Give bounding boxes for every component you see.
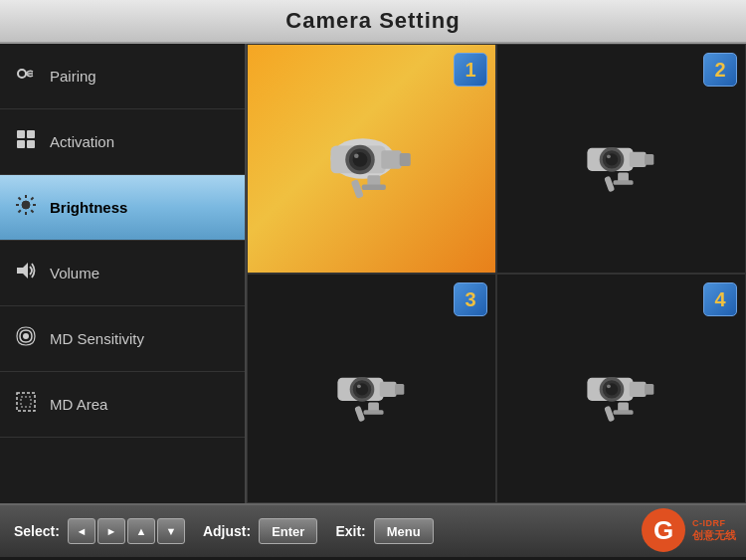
svg-line-12 [31, 198, 33, 200]
menu-button[interactable]: Menu [374, 518, 434, 544]
svg-line-11 [31, 210, 33, 212]
svg-rect-17 [21, 397, 31, 407]
camera-icon-1 [312, 119, 432, 199]
camera-cell-2[interactable]: 2 [496, 44, 746, 274]
brand-logo: G [639, 505, 688, 555]
svg-point-0 [18, 70, 26, 78]
svg-rect-55 [645, 384, 653, 395]
svg-rect-45 [395, 384, 404, 395]
camera-cell-4[interactable]: 4 [496, 274, 746, 503]
exit-label: Exit: [335, 523, 365, 539]
camera-grid: 1 [247, 44, 746, 503]
sidebar-item-label-md-sensitivity: MD Sensitivity [50, 330, 144, 347]
brand-area: G C-IDRF 创意无线 [639, 503, 736, 557]
camera-icon-2 [572, 125, 671, 193]
svg-rect-27 [361, 184, 385, 190]
svg-rect-44 [379, 381, 396, 396]
brand-text-bottom: 创意无线 [692, 528, 736, 543]
sidebar-item-md-sensitivity[interactable]: MD Sensitivity [0, 306, 245, 372]
sidebar-item-label-volume: Volume [50, 265, 99, 281]
brand-text-container: C-IDRF 创意无线 [692, 518, 736, 543]
md-sensitivity-icon [12, 325, 40, 352]
svg-rect-48 [354, 405, 365, 422]
svg-rect-37 [613, 180, 633, 185]
svg-point-43 [357, 384, 361, 388]
svg-rect-38 [604, 175, 615, 192]
svg-rect-34 [629, 151, 646, 166]
main-area: Pairing Activation [0, 44, 746, 503]
md-area-icon [12, 391, 40, 418]
nav-btn-up[interactable]: ▲ [127, 518, 155, 544]
sidebar-item-activation[interactable]: Activation [0, 109, 245, 175]
adjust-label: Adjust: [203, 523, 251, 539]
svg-rect-1 [17, 130, 25, 138]
sidebar-item-brightness[interactable]: Brightness [0, 175, 245, 241]
select-label: Select: [14, 523, 60, 539]
camera-cell-3[interactable]: 3 [247, 274, 496, 503]
sidebar-item-md-area[interactable]: MD Area [0, 372, 245, 438]
camera-cell-1[interactable]: 1 [247, 44, 496, 274]
pairing-icon [12, 63, 40, 90]
camera-number-4: 4 [703, 282, 737, 316]
sidebar-item-label-pairing: Pairing [50, 68, 96, 85]
svg-point-33 [607, 154, 611, 158]
svg-rect-54 [629, 381, 646, 396]
svg-rect-16 [17, 393, 35, 411]
brand-text-top: C-IDRF [692, 518, 726, 528]
camera-icon-3 [322, 355, 422, 423]
svg-rect-58 [604, 405, 615, 422]
page-title: Camera Setting [0, 8, 746, 34]
brightness-icon [12, 194, 40, 221]
camera-number-1: 1 [454, 53, 487, 87]
svg-rect-57 [613, 410, 633, 415]
sidebar-item-label-md-area: MD Area [50, 396, 107, 413]
title-bar: Camera Setting [0, 0, 746, 44]
enter-button[interactable]: Enter [259, 518, 317, 544]
sidebar: Pairing Activation [0, 44, 247, 503]
svg-rect-47 [363, 410, 383, 415]
svg-marker-14 [17, 263, 28, 279]
svg-rect-3 [17, 140, 25, 148]
bottom-bar: Select: ◄ ► ▲ ▼ Adjust: Enter Exit: Menu… [0, 503, 746, 557]
svg-rect-25 [399, 153, 410, 166]
svg-line-10 [19, 198, 21, 200]
svg-rect-4 [27, 140, 35, 148]
svg-text:G: G [653, 515, 673, 545]
svg-rect-24 [381, 150, 401, 168]
camera-number-3: 3 [454, 282, 487, 316]
svg-line-13 [19, 210, 21, 212]
sidebar-item-label-brightness: Brightness [50, 199, 127, 216]
camera-icon-4 [572, 355, 671, 423]
activation-icon [12, 128, 40, 155]
nav-btn-left[interactable]: ◄ [68, 518, 95, 544]
sidebar-item-volume[interactable]: Volume [0, 241, 245, 306]
svg-point-5 [22, 201, 30, 209]
svg-point-23 [354, 153, 359, 158]
nav-btn-down[interactable]: ▼ [157, 518, 185, 544]
svg-rect-28 [350, 179, 363, 199]
brand-svg: G [639, 505, 688, 555]
camera-number-2: 2 [703, 53, 737, 87]
nav-button-group: ◄ ► ▲ ▼ [68, 518, 185, 544]
nav-btn-right[interactable]: ► [97, 518, 125, 544]
sidebar-item-label-activation: Activation [50, 133, 114, 150]
volume-icon [12, 260, 40, 286]
svg-point-53 [607, 384, 611, 388]
svg-rect-2 [27, 130, 35, 138]
svg-rect-35 [645, 154, 653, 165]
sidebar-item-pairing[interactable]: Pairing [0, 44, 245, 109]
svg-point-15 [23, 333, 29, 339]
